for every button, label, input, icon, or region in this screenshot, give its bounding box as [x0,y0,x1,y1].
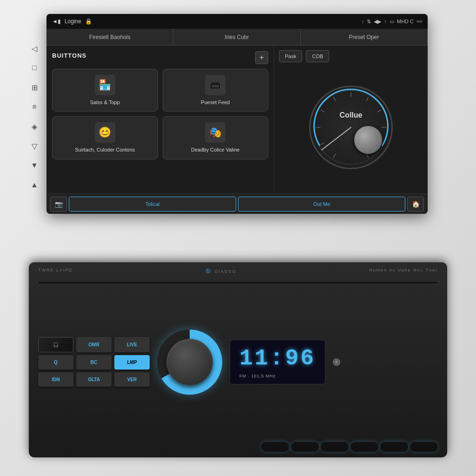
mhd-label: MHD C [397,19,414,24]
panel-title: BUITTONS [52,52,86,59]
dial-container: Collue [279,66,423,189]
main-content: BUITTONS + 🏪 Salss & Topp 🗃 Pueset Feed … [46,46,428,193]
suirtach-icon: 😊 [95,122,115,143]
preset-btn-4[interactable] [350,442,378,452]
preset-controls: Pask COB [279,50,423,62]
cob-badge[interactable]: COB [306,50,329,62]
pueset-icon: 🗃 [205,75,225,95]
status-app-name: Logine [65,18,81,25]
preset-btn-3[interactable] [321,442,349,452]
tab-iries[interactable]: Iries Cubr [173,29,300,45]
display-time: 11:96 [239,346,316,371]
tab-bar: Firesielt Baohols Iries Cubr Preset Oper [46,29,428,46]
right-panel: Pask COB [274,46,428,193]
signal-icon: ↑ [384,19,387,24]
dial-label: Collue [340,111,363,119]
unit-btn-live[interactable]: LIVE [114,337,150,352]
wifi-icon: ≈≈ [416,19,422,24]
svg-line-7 [366,97,369,101]
bottom-photo-icon[interactable]: 📷 [50,197,67,212]
sidebar-icon-menu[interactable]: ≡ [28,100,41,113]
unit-btn-q[interactable]: Q [38,355,73,370]
unit-brand: OIADSO [214,269,236,274]
sidebar-icon-grid[interactable]: ⊞ [28,81,41,94]
unit-left-label: TWRE LAIPE [38,268,73,275]
sidebar: ◁ □ ⊞ ≡ ◈ ▽ ▼ ▲ [28,42,41,192]
display-sub: FM · 101.5 MHz [239,374,316,378]
arrow-updown-icon: ⇅ [367,19,371,25]
svg-line-2 [321,143,324,145]
btn-suirtach[interactable]: 😊 Suirtach, Culoder Contons [52,116,158,159]
suirtach-label: Suirtach, Culoder Contons [75,146,135,153]
status-bar: ◄▮ Logine 🔒 ↑ ⇅ ◀▶ ↑ ▭ MHD C ≈≈ [46,14,428,29]
unit-button-grid: 🎧 OMR LIVE Q BC LMP IDN OLTA VER [38,337,150,387]
unit-middle: 🎧 OMR LIVE Q BC LMP IDN OLTA VER 11:96 F… [38,287,438,437]
btn-deadby[interactable]: 🎭 Deadby Colice Valine [163,116,269,159]
preset-btn-6[interactable] [410,442,438,452]
btn-pueset[interactable]: 🗃 Pueset Feed [163,69,269,112]
volume-knob-area [157,330,222,395]
unit-btn-ver[interactable]: VER [114,372,150,387]
head-unit: TWRE LAIPE ⓑ OIADSO Numen Ac Vahe Nec Tn… [29,262,447,457]
bottom-tolical-btn[interactable]: Tolical [69,197,236,212]
salss-icon: 🏪 [95,75,115,95]
btn-salss-topp[interactable]: 🏪 Salss & Topp [52,69,158,112]
bottom-bar: 📷 Tolical Out Me 🏠 [46,193,428,214]
back-icon[interactable]: ◄▮ [52,18,61,25]
left-panel: BUITTONS + 🏪 Salss & Topp 🗃 Pueset Feed … [46,46,274,193]
unit-btn-bc[interactable]: BC [76,355,112,370]
sidebar-icon-back[interactable]: ◁ [28,42,41,55]
battery-icon: ▭ [390,19,394,25]
svg-line-11 [366,154,369,158]
scene: ◁ □ ⊞ ≡ ◈ ▽ ▼ ▲ ◄▮ Logine 🔒 ↑ ⇅ ◀▶ ↑ ▭ M… [0,0,476,476]
add-button[interactable]: + [255,51,268,64]
cd-slot [38,281,438,284]
unit-btn-lmp[interactable]: LMP [114,355,150,370]
sidebar-icon-map[interactable]: ◈ [28,120,41,133]
unit-btn-headphone[interactable]: 🎧 [38,337,73,352]
deadby-label: Deadby Colice Valine [191,146,239,153]
sidebar-icon-down2[interactable]: ▼ [28,159,41,172]
sidebar-icon-phone[interactable]: □ [28,61,41,74]
dial-svg [311,87,391,168]
unit-right-label: Numen Ac Vahe Nec Tner [369,268,438,275]
display-area: 11:96 FM · 101.5 MHz [230,340,325,384]
volume-ring[interactable] [157,330,222,395]
sidebar-icon-down[interactable]: ▽ [28,139,41,152]
unit-btn-idn[interactable]: IDN [38,372,73,387]
pueset-label: Pueset Feed [201,99,230,106]
tab-firesielt[interactable]: Firesielt Baohols [46,29,173,45]
lock-icon: 🔒 [85,18,92,25]
volume-icon: ◀▶ [374,19,381,25]
status-left: ◄▮ Logine 🔒 [52,18,92,25]
bottom-home-icon[interactable]: 🏠 [407,197,424,212]
aux-jack[interactable] [333,358,340,366]
preset-row [38,442,438,452]
tablet-screen: ◄▮ Logine 🔒 ↑ ⇅ ◀▶ ↑ ▭ MHD C ≈≈ Firesiel… [46,14,428,214]
pask-button[interactable]: Pask [279,50,302,62]
unit-top-label: TWRE LAIPE ⓑ OIADSO Numen Ac Vahe Nec Tn… [38,268,438,275]
svg-line-4 [321,110,324,112]
svg-line-12 [322,127,351,150]
preset-btn-1[interactable] [261,442,289,452]
svg-line-5 [333,97,336,101]
unit-btn-olta[interactable]: OLTA [76,372,112,387]
preset-btn-2[interactable] [291,442,319,452]
svg-line-1 [333,154,336,158]
status-right: ↑ ⇅ ◀▶ ↑ ▭ MHD C ≈≈ [362,19,422,25]
sidebar-icon-up[interactable]: ▲ [28,178,41,192]
unit-btn-omr[interactable]: OMR [76,337,112,352]
volume-inner-knob[interactable] [166,339,213,385]
arrow-up-icon: ↑ [362,19,364,24]
dial-knob[interactable] [354,126,382,154]
preset-btn-5[interactable] [380,442,408,452]
deadby-icon: 🎭 [205,122,225,143]
bottom-outme-btn[interactable]: Out Me [238,197,405,212]
buttons-grid: 🏪 Salss & Topp 🗃 Pueset Feed 😊 Suirtach,… [52,69,268,159]
dial-outer[interactable]: Collue [309,86,393,169]
salss-label: Salss & Topp [90,99,120,106]
svg-line-8 [377,110,381,112]
tab-preset[interactable]: Preset Oper [301,29,428,45]
